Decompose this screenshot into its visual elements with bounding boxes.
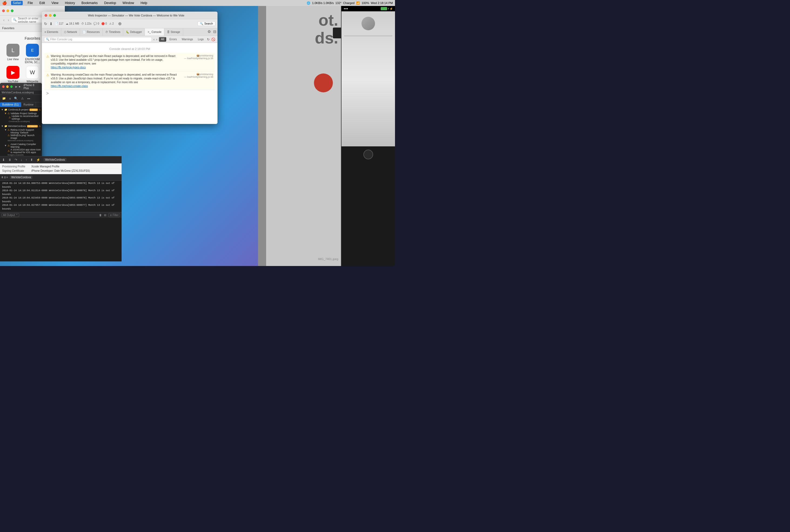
output-chevron: ⌃ (16, 214, 18, 216)
debug-step-in[interactable]: ↓ (19, 157, 23, 162)
xcode-run-button[interactable]: ▶ (15, 86, 17, 88)
inspector-search-bar[interactable]: 🔍 Search (198, 21, 215, 26)
filter-errors-button[interactable]: Errors (168, 38, 178, 41)
validate-label: Validate Project Settings (11, 112, 37, 115)
environmental-label: ENVIRONM ENTAL SC... (24, 58, 41, 64)
debug-pause-icon[interactable]: ⏸ (7, 157, 13, 162)
debug-var-icon[interactable]: ≡ (6, 176, 8, 179)
debug-split-icon[interactable]: ⊟ (4, 176, 6, 179)
temperature: 132° (335, 1, 341, 5)
clock: Wed 2:18:14 PM (371, 1, 393, 5)
inspector-window: Web Inspector — Simulator — We Vote Cord… (42, 12, 218, 124)
toolbar-dots[interactable]: ••• (26, 96, 31, 101)
validate-settings-item[interactable]: ▼ ⚠ Validate Project Settings ⚠ Update t… (0, 112, 42, 123)
warning2-link[interactable]: https://fb.me/react-create-class (51, 84, 88, 88)
toolbar-search[interactable]: 🔍 (13, 96, 19, 101)
missing-img-warn-icon: ⚠ (7, 134, 10, 137)
favorite-environmental[interactable]: E ENVIRONM ENTAL SC... (24, 44, 41, 64)
console-filter-input[interactable]: 🔍 Filter Console Log (44, 37, 152, 42)
clear-log-button[interactable]: 🗑 (99, 214, 102, 216)
fullscreen-button[interactable] (11, 10, 14, 12)
clear-console-button[interactable]: 🚫 (211, 38, 215, 41)
debug-scheme-label2: WeVoteCordova (10, 175, 33, 179)
tab-console[interactable]: >_ Console (145, 28, 164, 36)
inspector-minimize-button[interactable] (49, 14, 52, 17)
apple-menu-icon[interactable]: 🍎 (2, 1, 7, 5)
runtime-tab[interactable]: Runtime (21, 102, 36, 107)
inspector-download-button[interactable]: ⬇ (50, 22, 53, 26)
inspector-console-bar: 🔍 Filter Console Log ‹ › All Errors Warn… (42, 36, 218, 43)
wikipedia-icon: W (26, 66, 39, 79)
toolbar-warning[interactable]: ⚠ (20, 96, 25, 101)
inspector-close-button[interactable] (44, 14, 47, 17)
warning2-source-label: 📦printWarning (181, 73, 213, 76)
menubar-develop[interactable]: Develop (103, 1, 118, 5)
minimize-button[interactable] (6, 10, 9, 12)
menubar-edit[interactable]: Edit (38, 1, 47, 5)
tab-debugger[interactable]: 🐛 Debugger (123, 28, 145, 36)
split-button[interactable]: ⊟ (104, 214, 106, 216)
inspector-add-button[interactable]: ⊕ (118, 21, 121, 26)
menubar-bookmarks[interactable]: Bookmarks (80, 1, 99, 5)
buildtime-tab[interactable]: Buildtime (51) (0, 102, 21, 107)
filter-warnings-button[interactable]: Warnings (180, 38, 194, 41)
refresh-button[interactable]: ↻ (207, 38, 210, 41)
tab-storage[interactable]: 🗄 Storage (164, 28, 183, 36)
phone-home-button[interactable] (363, 150, 373, 159)
debug-split[interactable]: ⚡ (35, 157, 41, 162)
retina-group[interactable]: ▼ ⚠ Retina 4-inch Support ⚠ Missing "Def… (0, 128, 42, 142)
warning1-link[interactable]: https://fb.me/prop-types-docs (51, 66, 86, 69)
xcode-stop-button[interactable]: ■ (19, 86, 20, 88)
phone-button-1 (333, 27, 341, 38)
menubar-safari[interactable]: Safari (11, 1, 23, 5)
output-filter[interactable]: All Output ⌃ (2, 213, 19, 217)
debug-filter-input[interactable]: ⊘ Filter (108, 213, 120, 217)
debug-step-over[interactable]: ↷ (14, 157, 18, 162)
forward-button[interactable]: › (7, 17, 10, 23)
debug-nav-icon[interactable]: ⬇ (1, 157, 6, 162)
tab-elements[interactable]: ≡ Elements (42, 28, 61, 36)
toolbar-source[interactable]: ≡ (8, 96, 12, 101)
warning1-source: 📦printWarning — lowPriorityWarning.js:38 (181, 54, 213, 70)
msg-icon: 💬 (93, 22, 97, 25)
filter-all-button[interactable]: All (159, 37, 166, 42)
favorite-live-view[interactable]: L Live View (4, 44, 22, 64)
xcode-titlebar: ▶ ■ iPhone 8 Plus (0, 83, 42, 91)
timelines-label: Timelines (109, 31, 120, 34)
favorite-wikipedia[interactable]: W Wikipedia (24, 66, 41, 83)
menubar-view[interactable]: View (50, 1, 60, 5)
back-button[interactable]: ‹ (2, 17, 6, 23)
provisioning-profile-row: Provisioning Profile Xcode Managed Profi… (2, 165, 119, 169)
menubar: 🍎 Safari File Edit View History Bookmark… (0, 0, 395, 6)
tab-network[interactable]: ⬡ Network (61, 28, 80, 36)
retina-expand-icon: ▼ (4, 129, 7, 131)
xcode-close-button[interactable] (2, 86, 5, 88)
filter-logs-button[interactable]: Logs (196, 38, 205, 41)
close-button[interactable] (2, 10, 5, 12)
menubar-help[interactable]: Help (139, 1, 149, 5)
menubar-file[interactable]: File (26, 1, 34, 5)
menubar-window[interactable]: Window (121, 1, 136, 5)
favorite-youtube[interactable]: ▶ YouTube (4, 66, 22, 83)
debug-share[interactable]: ⬆ (29, 157, 34, 162)
prev-button[interactable]: ‹ (153, 38, 154, 41)
toolbar-folder[interactable]: 📁 (1, 96, 7, 101)
debug-step-out[interactable]: ↑ (24, 157, 28, 162)
inspector-reload-button[interactable]: ↻ (44, 22, 47, 26)
tab-resources[interactable]: 📄 Resources (80, 28, 103, 36)
warning1-file: — lowPriorityWarning.js:38 (181, 57, 213, 60)
wevote-header[interactable]: ▼ 📁 WeVoteCordova 38 issues ⚠ (0, 124, 42, 128)
inspector-stat-time: ⏱ 1.22s (81, 22, 91, 25)
cordovalib-header[interactable]: ▼ 📁 CordovaLib project 1 issue ⚠ (0, 108, 42, 112)
xcode-minimize-button[interactable] (6, 86, 8, 88)
debug-console-icon[interactable]: ⬇ (1, 176, 3, 179)
next-button[interactable]: › (156, 38, 157, 41)
youtube-icon: ▶ (6, 66, 19, 79)
tab-timelines[interactable]: ⏱ Timelines (103, 28, 123, 36)
menubar-history[interactable]: History (63, 1, 76, 5)
inspector-split-button[interactable]: ⊟ (212, 28, 218, 36)
console-expand-button[interactable]: > (44, 90, 215, 97)
xcode-fullscreen-button[interactable] (10, 86, 13, 88)
inspector-fullscreen-button[interactable] (53, 14, 56, 17)
inspector-settings-button[interactable]: ⚙ (206, 28, 212, 36)
